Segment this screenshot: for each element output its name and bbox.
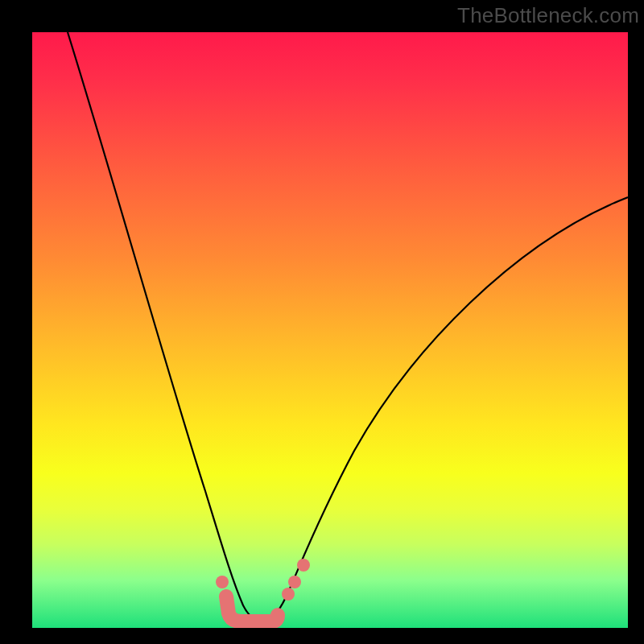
marker-l-stroke	[226, 597, 278, 621]
attribution-label: TheBottleneck.com	[457, 3, 639, 28]
marker-dot	[216, 576, 229, 588]
marker-dot	[282, 588, 295, 601]
plot-area	[32, 32, 628, 628]
marker-dot	[297, 559, 310, 572]
curve-layer	[32, 32, 628, 628]
chart-frame: TheBottleneck.com	[0, 0, 644, 644]
valley-curve	[68, 32, 628, 621]
marker-dot	[288, 576, 301, 588]
